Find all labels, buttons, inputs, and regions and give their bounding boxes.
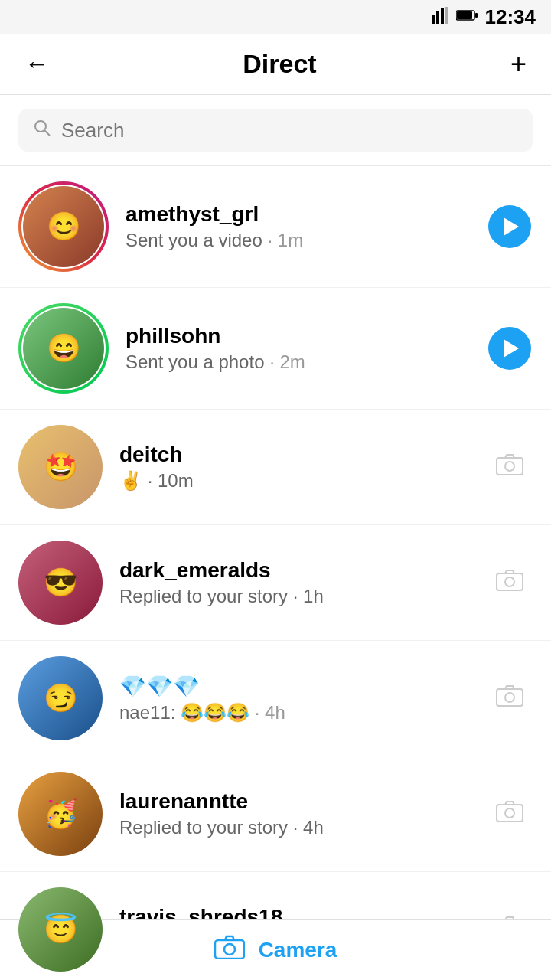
message-right [487, 569, 533, 597]
camera-icon [496, 684, 523, 713]
message-content: amethyst_grl Sent you a video · 1m [126, 202, 487, 251]
status-time: 12:34 [485, 5, 536, 29]
message-username: phillsohn [126, 324, 487, 348]
svg-rect-13 [497, 689, 523, 706]
message-right [487, 800, 533, 828]
message-preview: Sent you a video · 1m [126, 230, 487, 251]
camera-icon [496, 569, 523, 597]
message-content: dark_emeralds Replied to your story · 1h [119, 558, 487, 607]
camera-icon [496, 453, 523, 482]
list-item[interactable]: 🥳 laurenanntte Replied to your story · 4… [0, 756, 551, 872]
message-right [487, 453, 533, 482]
svg-rect-6 [475, 13, 478, 18]
message-username: amethyst_grl [126, 202, 487, 227]
page-title: Direct [243, 49, 316, 79]
list-item[interactable]: 😊 amethyst_grl Sent you a video · 1m [0, 166, 551, 288]
svg-rect-3 [445, 7, 448, 24]
message-content: deitch ✌️ · 10m [119, 443, 487, 492]
search-bar[interactable] [18, 109, 533, 152]
message-preview: Replied to your story · 1h [119, 586, 487, 607]
battery-icon [456, 9, 478, 24]
svg-point-7 [35, 121, 46, 132]
back-button[interactable]: ← [18, 44, 55, 84]
search-input[interactable] [61, 119, 517, 142]
message-username: dark_emeralds [119, 558, 487, 583]
list-item[interactable]: 🤩 deitch ✌️ · 10m [0, 410, 551, 525]
signal-icon [432, 7, 448, 27]
svg-line-8 [45, 131, 51, 136]
camera-icon [496, 800, 523, 828]
svg-point-10 [505, 462, 514, 471]
message-username: laurenanntte [119, 789, 487, 814]
list-item[interactable]: 😄 phillsohn Sent you a photo · 2m [0, 288, 551, 410]
message-preview: Sent you a photo · 2m [126, 351, 487, 373]
message-list: 😊 amethyst_grl Sent you a video · 1m 😄 [0, 166, 551, 980]
camera-label: Camera [259, 938, 337, 962]
status-bar: 12:34 [0, 0, 551, 34]
message-content: laurenanntte Replied to your story · 4h [119, 789, 487, 838]
message-right [487, 327, 533, 370]
message-right [487, 205, 533, 248]
search-container [0, 95, 551, 166]
list-item[interactable]: 😏 💎💎💎 nae11: 😂😂😂 · 4h [0, 641, 551, 756]
message-content: phillsohn Sent you a photo · 2m [126, 324, 487, 373]
svg-rect-11 [497, 573, 523, 590]
svg-point-14 [505, 693, 514, 702]
svg-point-16 [505, 808, 514, 818]
message-preview: Replied to your story · 4h [119, 817, 487, 838]
svg-point-12 [505, 577, 514, 586]
play-icon [504, 217, 519, 236]
message-preview: ✌️ · 10m [119, 470, 487, 492]
svg-rect-2 [441, 8, 444, 24]
svg-rect-1 [436, 11, 439, 24]
top-nav: ← Direct + [0, 34, 551, 95]
message-username: 💎💎💎 [119, 674, 487, 699]
message-username: deitch [119, 443, 487, 467]
svg-point-22 [224, 944, 235, 955]
play-button[interactable] [488, 205, 531, 248]
camera-bottom-icon [214, 933, 245, 966]
message-right [487, 684, 533, 713]
svg-rect-9 [497, 458, 523, 475]
new-message-button[interactable]: + [504, 42, 533, 87]
svg-rect-15 [497, 805, 523, 822]
svg-rect-5 [457, 11, 472, 19]
message-preview: nae11: 😂😂😂 · 4h [119, 702, 487, 724]
play-icon [504, 339, 519, 358]
play-button[interactable] [488, 327, 531, 370]
svg-rect-21 [215, 940, 244, 959]
search-icon [34, 119, 51, 141]
message-content: 💎💎💎 nae11: 😂😂😂 · 4h [119, 674, 487, 724]
svg-rect-0 [432, 15, 435, 24]
list-item[interactable]: 😎 dark_emeralds Replied to your story · … [0, 525, 551, 641]
